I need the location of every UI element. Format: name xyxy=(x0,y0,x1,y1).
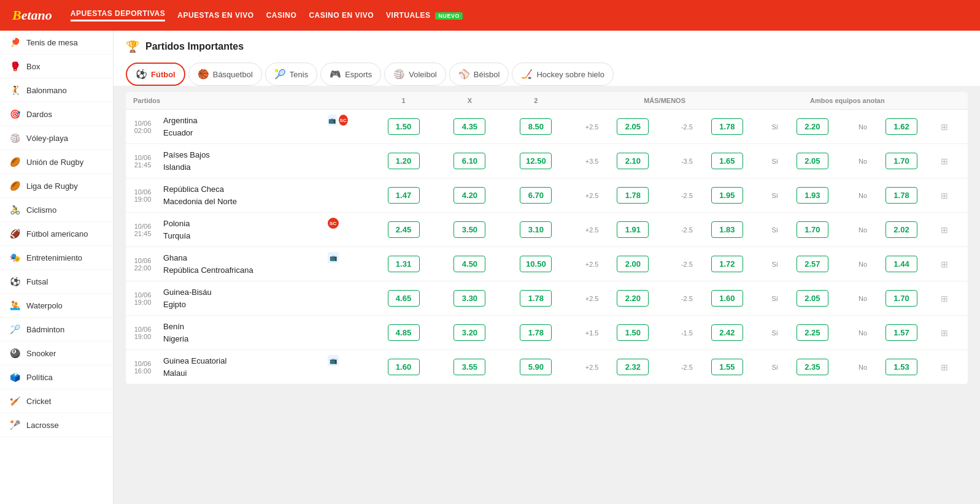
nav-apuestas-en-vivo[interactable]: APUESTAS EN VIVO xyxy=(177,11,253,20)
sidebar-item-futsal[interactable]: ⚽ Futsal xyxy=(0,270,113,294)
oddx-button[interactable]: 3.55 xyxy=(453,359,485,375)
tab-hockey[interactable]: 🏒 Hockey sobre hielo xyxy=(512,63,614,86)
sidebar-item-lacrosse[interactable]: 🥍 Lacrosse xyxy=(0,413,113,437)
match-teams[interactable]: Benín Nigeria xyxy=(160,316,324,350)
tab-futbol[interactable]: ⚽ Fútbol xyxy=(126,63,185,86)
hc-minus-button[interactable]: 2.42 xyxy=(711,324,743,341)
hc-plus-button[interactable]: 2.05 xyxy=(617,118,649,135)
stats-icon[interactable]: ⊞ xyxy=(938,189,951,202)
match-teams[interactable]: Ghana República Centroafricana xyxy=(160,247,324,281)
si-button[interactable]: 2.05 xyxy=(797,153,828,169)
nav-casino-en-vivo[interactable]: CASINO EN VIVO xyxy=(309,11,374,20)
stats-icon[interactable]: ⊞ xyxy=(938,361,951,373)
stats-icon[interactable]: ⊞ xyxy=(938,224,951,236)
tab-tenis[interactable]: 🎾 Tenis xyxy=(265,63,317,86)
oddx-button[interactable]: 3.30 xyxy=(453,290,485,307)
sidebar-item-dardos[interactable]: 🎯 Dardos xyxy=(0,102,113,126)
odd1-button[interactable]: 1.20 xyxy=(388,153,420,169)
logo[interactable]: Betano xyxy=(12,7,52,23)
si-button[interactable]: 2.35 xyxy=(797,359,828,375)
oddx-button[interactable]: 6.10 xyxy=(453,153,485,169)
odd2-button[interactable]: 10.50 xyxy=(520,256,552,272)
nav-casino[interactable]: CASINO xyxy=(266,11,297,20)
match-teams[interactable]: Guinea Ecuatorial Malaui xyxy=(160,350,324,384)
odd2-button[interactable]: 8.50 xyxy=(520,118,552,135)
hc-plus-button[interactable]: 1.91 xyxy=(617,221,649,238)
hc-minus-button[interactable]: 1.72 xyxy=(711,256,743,272)
odd2-button[interactable]: 1.78 xyxy=(520,324,552,341)
sidebar-item-snooker[interactable]: 🎱 Snooker xyxy=(0,342,113,365)
sidebar-item-entretenimiento[interactable]: 🎭 Entretenimiento xyxy=(0,246,113,270)
hc-plus-button[interactable]: 1.78 xyxy=(617,187,649,204)
no-button[interactable]: 1.78 xyxy=(885,187,917,204)
sidebar-item-politica[interactable]: 🗳️ Política xyxy=(0,365,113,389)
odd2-button[interactable]: 1.78 xyxy=(520,290,552,307)
match-teams[interactable]: República Checa Macedonia del Norte xyxy=(160,178,324,213)
sidebar-item-union-de-rugby[interactable]: 🏉 Unión de Rugby xyxy=(0,150,113,174)
match-teams[interactable]: Polonia Turquía xyxy=(160,213,324,247)
stats-icon[interactable]: ⊞ xyxy=(938,258,951,270)
sidebar-item-cricket[interactable]: 🏏 Cricket xyxy=(0,389,113,413)
sidebar-item-box[interactable]: 🥊 Box xyxy=(0,55,113,78)
sidebar-item-futbol-americano[interactable]: 🏈 Fútbol americano xyxy=(0,222,113,246)
si-button[interactable]: 2.57 xyxy=(797,256,828,272)
hc-plus-button[interactable]: 2.00 xyxy=(617,256,649,272)
no-button[interactable]: 1.62 xyxy=(885,118,917,135)
tab-basquetbol[interactable]: 🏀 Básquetbol xyxy=(188,63,262,86)
hc-minus-button[interactable]: 1.78 xyxy=(711,118,743,135)
oddx-button[interactable]: 3.20 xyxy=(453,324,485,341)
no-button[interactable]: 1.70 xyxy=(885,290,917,307)
odd1-button[interactable]: 4.85 xyxy=(388,324,420,341)
hc-plus-button[interactable]: 2.32 xyxy=(617,359,649,375)
no-button[interactable]: 1.70 xyxy=(885,153,917,169)
odd2-button[interactable]: 12.50 xyxy=(520,153,552,169)
sidebar-item-voley-playa[interactable]: 🏐 Vóley-playa xyxy=(0,126,113,150)
stats-icon[interactable]: ⊞ xyxy=(938,292,951,305)
oddx-button[interactable]: 4.50 xyxy=(453,256,485,272)
stats-icon[interactable]: ⊞ xyxy=(938,327,951,339)
odd1-button[interactable]: 1.60 xyxy=(388,359,420,375)
tab-esports[interactable]: 🎮 Esports xyxy=(320,63,381,86)
odd2-button[interactable]: 3.10 xyxy=(520,221,552,238)
sidebar-item-ciclismo[interactable]: 🚴 Ciclismo xyxy=(0,198,113,222)
stats-icon[interactable]: ⊞ xyxy=(938,155,951,167)
odd1-button[interactable]: 1.47 xyxy=(388,187,420,204)
match-teams[interactable]: Países Bajos Islandia xyxy=(160,144,324,178)
hc-plus-button[interactable]: 1.50 xyxy=(617,324,649,341)
si-button[interactable]: 2.20 xyxy=(797,118,828,135)
oddx-button[interactable]: 4.35 xyxy=(453,118,485,135)
tab-voleibol[interactable]: 🏐 Voleibol xyxy=(384,63,446,86)
sidebar-item-badminton[interactable]: 🏸 Bádminton xyxy=(0,318,113,342)
si-button[interactable]: 1.93 xyxy=(797,187,828,204)
odd1-button[interactable]: 2.45 xyxy=(388,221,420,238)
oddx-button[interactable]: 3.50 xyxy=(453,221,485,238)
nav-virtuales[interactable]: VIRTUALES NUEVO xyxy=(386,11,463,20)
odd2-button[interactable]: 5.90 xyxy=(520,359,552,375)
hc-minus-button[interactable]: 1.55 xyxy=(711,359,743,375)
stats-icon[interactable]: ⊞ xyxy=(938,121,951,133)
sidebar-item-balonmano[interactable]: 🤾 Balonmano xyxy=(0,78,113,102)
si-button[interactable]: 1.70 xyxy=(797,221,828,238)
sidebar-item-liga-de-rugby[interactable]: 🏉 Liga de Rugby xyxy=(0,174,113,198)
tab-beisbol[interactable]: ⚾ Béisbol xyxy=(449,63,509,86)
hc-plus-button[interactable]: 2.20 xyxy=(617,290,649,307)
no-button[interactable]: 1.53 xyxy=(885,359,917,375)
hc-plus-button[interactable]: 2.10 xyxy=(617,153,649,169)
hc-minus-button[interactable]: 1.95 xyxy=(711,187,743,204)
no-button[interactable]: 1.57 xyxy=(885,324,917,341)
odd1-button[interactable]: 4.65 xyxy=(388,290,420,307)
hc-minus-button[interactable]: 1.65 xyxy=(711,153,743,169)
odd2-button[interactable]: 6.70 xyxy=(520,187,552,204)
match-teams[interactable]: Argentina Ecuador xyxy=(160,110,324,144)
si-button[interactable]: 2.05 xyxy=(797,290,828,307)
hc-minus-button[interactable]: 1.60 xyxy=(711,290,743,307)
sidebar-item-waterpolo[interactable]: 🤽 Waterpolo xyxy=(0,294,113,318)
no-button[interactable]: 1.44 xyxy=(885,256,917,272)
sidebar-item-tenis-de-mesa[interactable]: 🏓 Tenis de mesa xyxy=(0,31,113,55)
hc-minus-button[interactable]: 1.83 xyxy=(711,221,743,238)
no-button[interactable]: 2.02 xyxy=(885,221,917,238)
nav-apuestas-deportivas[interactable]: APUESTAS DEPORTIVAS xyxy=(71,9,165,21)
odd1-button[interactable]: 1.50 xyxy=(388,118,420,135)
oddx-button[interactable]: 4.20 xyxy=(453,187,485,204)
match-teams[interactable]: Guinea-Bisáu Egipto xyxy=(160,281,324,316)
